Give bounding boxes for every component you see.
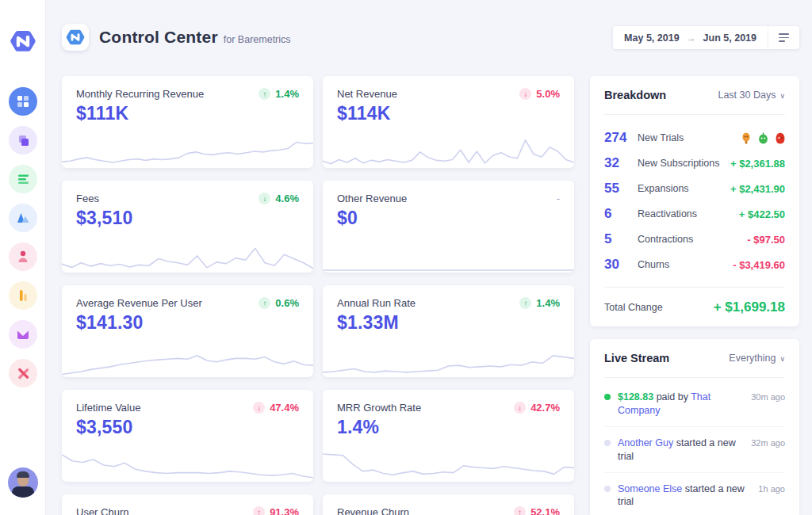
date-end: Jun 5, 2019 xyxy=(703,32,756,44)
metric-card-other-revenue[interactable]: Other Revenue - $0 xyxy=(323,181,574,273)
breakdown-row-reactivations: 6 Reactivations + $422.50 xyxy=(604,201,785,227)
stream-event-trial[interactable]: Another Guy started a new trial 32m ago xyxy=(604,427,785,473)
breakdown-title: Breakdown xyxy=(604,89,666,101)
breakdown-total-row: Total Change + $1,699.18 xyxy=(604,287,785,327)
breakdown-period-dropdown[interactable]: Last 30 Days∨ xyxy=(718,90,785,101)
sparkline-chart xyxy=(62,236,313,273)
arrow-up-icon: ↑ xyxy=(514,506,526,515)
green-creature-icon xyxy=(758,132,768,144)
event-timestamp: 1h ago xyxy=(758,484,785,494)
arrow-up-icon: ↑ xyxy=(253,506,265,515)
sparkline-chart xyxy=(62,341,313,377)
main-content: Control Center for Baremetrics May 5, 20… xyxy=(46,0,812,515)
live-stream-panel: Live Stream Everything∨ $128.83 paid by … xyxy=(590,339,799,515)
sidebar-nav xyxy=(0,87,46,398)
change-badge: ↓4.6% xyxy=(259,193,299,204)
metric-card-ltv[interactable]: Lifetime Value ↓47.4% $3,550 xyxy=(62,390,313,482)
change-badge: - xyxy=(557,193,560,204)
sparkline-chart xyxy=(323,236,574,273)
arrow-down-icon: ↓ xyxy=(519,88,531,100)
metric-label: Revenue Churn xyxy=(337,506,409,515)
live-stream-title: Live Stream xyxy=(604,352,669,364)
chevron-down-icon: ∨ xyxy=(779,355,785,363)
nav-close-x-icon[interactable] xyxy=(9,359,37,387)
control-center-logo-icon xyxy=(62,24,89,51)
metric-label: Monthly Recurring Revenue xyxy=(76,88,204,100)
nav-copy-layers-icon[interactable] xyxy=(9,126,37,154)
sparkline-chart xyxy=(323,341,574,377)
page-subtitle: for Baremetrics xyxy=(224,34,291,45)
change-badge: ↑91.3% xyxy=(253,506,299,515)
sparkline-chart xyxy=(62,132,313,168)
metric-label: Net Revenue xyxy=(337,88,397,100)
user-avatar[interactable] xyxy=(8,467,38,498)
lavender-dot-icon xyxy=(604,486,611,492)
metric-card-arpu[interactable]: Average Revenue Per User ↑0.6% $141.30 xyxy=(62,285,313,377)
nav-list-lines-icon[interactable] xyxy=(9,165,37,193)
arrow-up-icon: ↑ xyxy=(259,297,270,309)
arrow-down-icon: ↓ xyxy=(253,402,265,414)
metric-value: 1.4% xyxy=(337,417,560,438)
metric-cards-grid: Monthly Recurring Revenue ↑1.4% $111K Ne… xyxy=(62,76,574,515)
chevron-down-icon: ∨ xyxy=(779,92,785,100)
metric-card-mrr[interactable]: Monthly Recurring Revenue ↑1.4% $111K xyxy=(62,76,313,168)
customer-link[interactable]: Another Guy xyxy=(618,437,673,448)
breakdown-row-contractions: 5 Contractions - $97.50 xyxy=(604,227,785,252)
event-timestamp: 30m ago xyxy=(751,392,785,402)
arrow-up-icon: ↑ xyxy=(519,297,531,309)
metric-value: $1.33M xyxy=(337,312,560,334)
arrow-down-icon: ↓ xyxy=(514,402,526,414)
breakdown-row-expansions: 55 Expansions + $2,431.90 xyxy=(604,176,785,201)
stream-event-payment[interactable]: $128.83 paid by That Company 30m ago xyxy=(604,381,785,427)
date-arrow-icon: → xyxy=(687,32,696,44)
nav-bar-chart-icon[interactable] xyxy=(9,281,37,310)
date-presets-button[interactable] xyxy=(768,26,799,49)
date-range-picker[interactable]: May 5, 2019 → Jun 5, 2019 xyxy=(613,26,799,49)
sparkline-chart xyxy=(62,445,313,482)
metric-value: $114K xyxy=(337,103,560,124)
metric-card-net-revenue[interactable]: Net Revenue ↓5.0% $114K xyxy=(323,76,574,168)
metric-card-fees[interactable]: Fees ↓4.6% $3,510 xyxy=(62,181,313,273)
lavender-dot-icon xyxy=(604,440,611,446)
change-badge: ↓47.4% xyxy=(253,402,299,414)
orange-creature-icon xyxy=(741,132,751,144)
baremetrics-logo-icon[interactable] xyxy=(9,27,37,55)
metric-card-mrr-growth[interactable]: MRR Growth Rate ↓42.7% 1.4% xyxy=(323,390,574,482)
metric-value: $3,510 xyxy=(76,208,299,229)
red-creature-icon xyxy=(776,132,785,144)
metric-card-user-churn[interactable]: User Churn ↑91.3% xyxy=(62,494,313,515)
metric-value: $141.30 xyxy=(76,312,299,334)
metric-card-arr[interactable]: Annual Run Rate ↑1.4% $1.33M xyxy=(323,285,574,377)
nav-mail-icon[interactable] xyxy=(9,320,37,349)
topbar: Control Center for Baremetrics May 5, 20… xyxy=(62,0,799,76)
metric-card-revenue-churn[interactable]: Revenue Churn ↑52.1% xyxy=(323,494,574,515)
metric-label: Average Revenue Per User xyxy=(76,297,202,309)
right-column: Breakdown Last 30 Days∨ 274 New Trials xyxy=(590,76,799,515)
nav-dashboard-grid-icon[interactable] xyxy=(9,87,37,116)
green-dot-icon xyxy=(604,394,611,400)
sidebar xyxy=(0,0,46,515)
page-title: Control Center xyxy=(99,28,218,47)
arrow-down-icon: ↓ xyxy=(259,193,270,204)
metric-label: MRR Growth Rate xyxy=(337,402,421,414)
metric-label: Fees xyxy=(76,193,99,204)
change-badge: ↓42.7% xyxy=(514,402,560,414)
live-stream-filter-dropdown[interactable]: Everything∨ xyxy=(729,353,785,364)
customer-link[interactable]: Someone Else xyxy=(618,483,682,494)
metric-label: Lifetime Value xyxy=(76,402,140,414)
brand: Control Center for Baremetrics xyxy=(62,24,291,51)
breakdown-panel: Breakdown Last 30 Days∨ 274 New Trials xyxy=(590,76,799,326)
breakdown-row-new-trials: 274 New Trials xyxy=(604,125,785,151)
stream-event-trial[interactable]: Someone Else started a new trial 1h ago xyxy=(604,473,785,515)
metric-label: User Churn xyxy=(76,506,128,515)
change-badge: ↑52.1% xyxy=(514,506,560,515)
metric-label: Annual Run Rate xyxy=(337,297,416,309)
change-badge: ↑1.4% xyxy=(519,297,560,309)
metric-value: $0 xyxy=(337,208,560,229)
change-badge: ↓5.0% xyxy=(519,88,560,100)
arrow-up-icon: ↑ xyxy=(259,88,270,100)
nav-person-icon[interactable] xyxy=(9,242,37,271)
date-range-text[interactable]: May 5, 2019 → Jun 5, 2019 xyxy=(613,32,768,44)
date-start: May 5, 2019 xyxy=(624,32,680,44)
nav-chart-triangles-icon[interactable] xyxy=(9,204,37,232)
